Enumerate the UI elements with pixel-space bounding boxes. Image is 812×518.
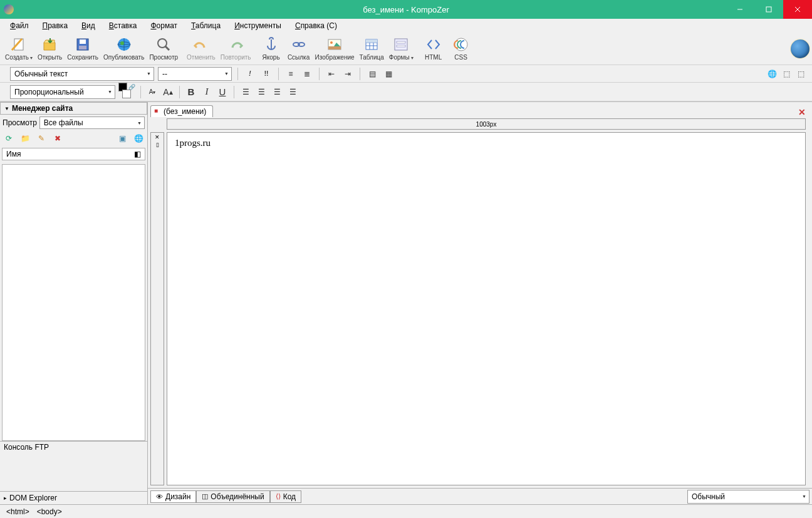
dom-explorer-header[interactable]: DOM Explorer	[0, 491, 147, 504]
ftp-console-label: Консоль FTP	[4, 443, 49, 452]
editor-area: (без_имени) ✕ 1003px ✕▯ 1progs.ru 👁Дизай…	[148, 102, 812, 504]
kompozer-logo-icon[interactable]	[791, 39, 809, 58]
svg-rect-27	[397, 45, 405, 47]
em-button[interactable]: !	[244, 68, 256, 80]
svg-point-11	[120, 41, 124, 45]
align-justify-button[interactable]: ☰	[286, 86, 299, 98]
maximize-button[interactable]	[754, 0, 783, 19]
menubar: Файл Правка Вид Вставка Формат Таблица И…	[0, 19, 812, 33]
font-family-select[interactable]: Пропорциональный	[10, 85, 115, 99]
status-body-tag[interactable]: <body>	[37, 507, 62, 516]
svg-rect-1	[766, 7, 771, 12]
align-right-button[interactable]: ☰	[271, 86, 283, 98]
paragraph-format-select[interactable]: Обычный текст	[10, 67, 154, 81]
edit-mode-select[interactable]: Обычный	[687, 490, 809, 504]
svg-rect-26	[397, 41, 405, 43]
align-center-button[interactable]: ☰	[255, 86, 268, 98]
column-picker-icon[interactable]: ◧	[134, 150, 141, 158]
extra-1-icon[interactable]: 🌐	[766, 68, 778, 80]
remote-view-icon[interactable]: 🌐	[132, 132, 145, 145]
open-folder-icon[interactable]: 📁	[19, 132, 31, 145]
preview-button[interactable]: Просмотр	[147, 36, 180, 61]
svg-point-18	[330, 41, 333, 44]
document-body[interactable]: 1progs.ru	[167, 132, 806, 485]
numbered-list-button[interactable]: ≣	[301, 68, 313, 80]
undo-button[interactable]: Отменить	[184, 36, 218, 61]
delete-site-icon[interactable]: ✖	[51, 132, 64, 145]
form-button[interactable]: Формы▾	[387, 36, 416, 61]
align-left-button[interactable]: ☰	[239, 86, 252, 98]
eye-icon: 👁	[156, 493, 163, 500]
design-view-tab[interactable]: 👁Дизайн	[150, 490, 196, 503]
close-tab-button[interactable]: ✕	[794, 107, 809, 117]
dual-view-icon[interactable]: ▣	[116, 132, 128, 145]
main-toolbar: Создать▾ Открыть Сохранить Опубликовать …	[0, 33, 812, 65]
css-class-select[interactable]: --	[158, 67, 232, 81]
site-manager-header[interactable]: Менеджер сайта	[0, 102, 147, 115]
view-filter-select[interactable]: Все файлы	[39, 117, 145, 129]
titlebar: без_имени - KompoZer	[0, 0, 812, 19]
menu-help[interactable]: Справка (C)	[289, 20, 343, 31]
window-title: без_имени - KompoZer	[363, 5, 449, 14]
image-button[interactable]: Изображение	[313, 36, 357, 61]
svg-line-13	[165, 46, 169, 50]
edit-site-icon[interactable]: ✎	[35, 132, 48, 145]
svg-rect-24	[366, 39, 377, 43]
name-column-header[interactable]: Имя ◧	[2, 148, 145, 160]
source-view-tab[interactable]: ⟨⟩Код	[270, 490, 301, 503]
svg-point-12	[158, 39, 167, 48]
new-button[interactable]: Создать▾	[3, 36, 35, 61]
html-button[interactable]: HTML	[420, 36, 447, 61]
sidebar: Менеджер сайта Просмотр Все файлы ⟳ 📁 ✎ …	[0, 102, 148, 504]
underline-button[interactable]: U	[216, 86, 229, 98]
extra-3-icon[interactable]: ⬚	[794, 68, 807, 80]
menu-view[interactable]: Вид	[75, 20, 102, 31]
horizontal-ruler[interactable]: 1003px	[167, 118, 806, 130]
redo-button[interactable]: Повторить	[218, 36, 254, 61]
site-tree[interactable]	[2, 164, 145, 441]
minimize-button[interactable]	[726, 0, 754, 19]
italic-button[interactable]: I	[200, 86, 213, 98]
menu-tools[interactable]: Инструменты	[228, 20, 288, 31]
menu-format[interactable]: Формат	[144, 20, 184, 31]
split-view-tab[interactable]: ◫Объединённый	[196, 490, 269, 503]
close-button[interactable]	[783, 0, 812, 19]
anchor-button[interactable]: Якорь	[258, 36, 285, 61]
table-button[interactable]: Таблица	[357, 36, 387, 61]
open-button[interactable]: Открыть	[35, 36, 65, 61]
svg-rect-17	[328, 46, 341, 49]
bullet-list-button[interactable]: ≡	[284, 68, 297, 80]
increase-font-button[interactable]: A▴	[162, 86, 174, 98]
statusbar: <html> <body>	[0, 504, 812, 518]
css-button[interactable]: CSS	[447, 36, 475, 61]
code-icon: ⟨⟩	[276, 492, 281, 500]
svg-rect-7	[80, 39, 86, 44]
ftp-console-panel: Консоль FTP	[0, 441, 147, 491]
extra-2-icon[interactable]: ⬚	[780, 68, 793, 80]
bold-button[interactable]: B	[185, 86, 197, 98]
menu-insert[interactable]: Вставка	[103, 20, 143, 31]
definition-term-button[interactable]: ▤	[366, 68, 378, 80]
menu-edit[interactable]: Правка	[36, 20, 75, 31]
menu-table[interactable]: Таблица	[185, 20, 227, 31]
view-label: Просмотр	[3, 118, 37, 127]
background-color-button[interactable]	[122, 90, 131, 98]
svg-rect-25	[395, 39, 407, 50]
outdent-button[interactable]: ⇤	[325, 68, 338, 80]
indent-button[interactable]: ⇥	[341, 68, 354, 80]
link-button[interactable]: Ссылка	[285, 36, 313, 61]
vertical-ruler[interactable]: ✕▯	[150, 132, 164, 485]
publish-button[interactable]: Опубликовать	[101, 36, 147, 61]
definition-desc-button[interactable]: ▦	[382, 68, 395, 80]
split-icon: ◫	[202, 492, 208, 500]
save-button[interactable]: Сохранить	[65, 36, 101, 61]
refresh-icon[interactable]: ⟳	[3, 132, 15, 145]
strong-button[interactable]: !!	[260, 68, 273, 80]
status-html-tag[interactable]: <html>	[6, 507, 29, 516]
svg-rect-8	[79, 46, 86, 49]
menu-file[interactable]: Файл	[4, 20, 35, 31]
decrease-font-button[interactable]: A▾	[146, 86, 159, 98]
app-icon	[4, 4, 14, 14]
document-tab[interactable]: (без_имени)	[150, 105, 213, 117]
format-toolbar-1: Обычный текст -- ! !! ≡ ≣ ⇤ ⇥ ▤ ▦ 🌐 ⬚ ⬚	[0, 65, 812, 83]
